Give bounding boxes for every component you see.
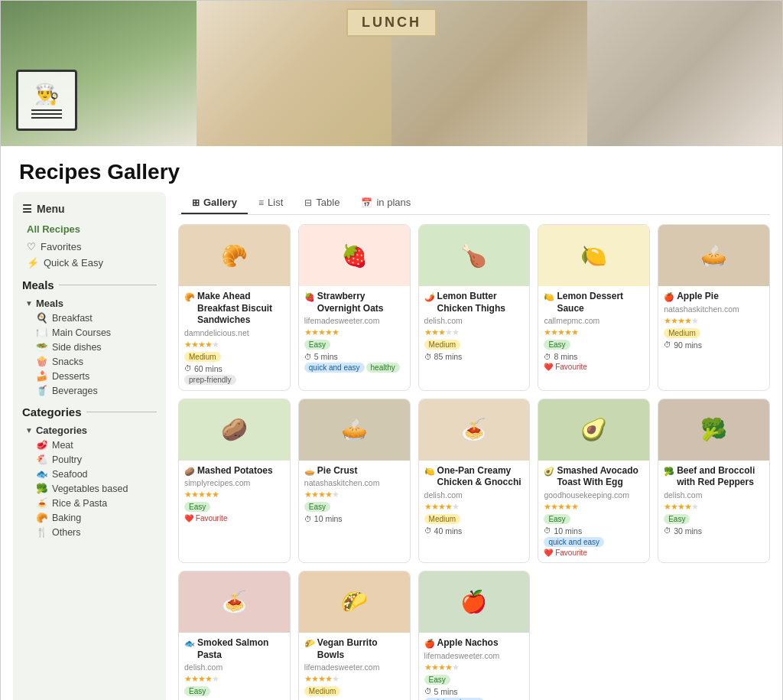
recipe-emoji: 🌮: [304, 638, 315, 649]
sidebar-item-seafood[interactable]: 🐟 Seafood: [36, 467, 157, 481]
cookbook-icon: 👨‍🍳: [16, 70, 77, 131]
sidebar-meals-header[interactable]: ▼ Meals: [22, 296, 157, 311]
recipe-image: 🍝: [419, 399, 530, 461]
heart-icon: ♡: [27, 241, 36, 252]
sidebar-item-meat[interactable]: 🥩 Meat: [36, 438, 157, 452]
recipe-time-row: ⏱60 mins: [184, 364, 284, 373]
recipe-title: 🌮Vegan Burrito Bowls: [304, 637, 404, 661]
recipe-title: 🍎Apple Pie: [664, 291, 764, 303]
recipe-tags-row: ❤️ Favourite: [184, 514, 284, 523]
page-title-area: Recipes Gallery: [1, 146, 782, 192]
tab-list[interactable]: ≡ List: [248, 192, 294, 214]
recipe-card[interactable]: 🍓🍓Strawberry Overnight Oatslifemadesweet…: [298, 224, 411, 391]
recipe-time: 10 mins: [314, 514, 343, 523]
sidebar-item-desserts[interactable]: 🍰 Desserts: [36, 369, 157, 383]
recipe-card[interactable]: 🍎🍎Apple Nachoslifemadesweeter.com★★★★★Ea…: [418, 571, 531, 700]
recipe-time: 85 mins: [434, 352, 463, 361]
sidebar-item-baking[interactable]: 🥐 Baking: [36, 510, 157, 525]
sidebar-meals-items: 🍳 Breakfast 🍽️ Main Courses 🥗 Side dishe…: [22, 311, 157, 398]
recipe-card[interactable]: 🥦🥦Beef and Broccoli with Red Peppersdeli…: [658, 399, 770, 563]
recipe-difficulty-tag: Easy: [184, 686, 210, 696]
recipe-time-row: ⏱40 mins: [424, 526, 525, 536]
recipe-image: 🌮: [299, 571, 410, 633]
recipe-image: 🍎: [419, 571, 530, 633]
recipe-image: 🥧: [299, 399, 410, 461]
recipe-title: 🍓Strawberry Overnight Oats: [304, 291, 404, 314]
recipe-difficulty-row: Medium: [664, 328, 764, 338]
recipe-difficulty-tag: Easy: [304, 502, 330, 512]
baking-icon: 🥐: [36, 512, 48, 523]
sidebar-all-recipes[interactable]: All Recipes: [22, 221, 157, 237]
recipe-stars: ★★★★★: [304, 674, 404, 684]
triangle-icon: ▼: [25, 299, 33, 308]
recipe-source: delish.com: [424, 316, 525, 325]
recipe-card[interactable]: 🍗🌶️Lemon Butter Chicken Thighsdelish.com…: [418, 224, 531, 391]
recipe-time-row: ⏱85 mins: [424, 352, 525, 361]
hamburger-icon: ☰: [22, 203, 32, 215]
recipe-card[interactable]: 🥧🍎Apple Pienatashaskitchen.com★★★★★Mediu…: [658, 224, 770, 391]
sidebar: ☰ Menu All Recipes ♡ Favorites ⚡ Quick &…: [13, 192, 166, 700]
recipe-difficulty-row: Easy: [664, 514, 764, 524]
sidebar-item-poultry[interactable]: 🐔 Poultry: [36, 452, 157, 467]
recipe-tag: healthy: [366, 363, 400, 373]
recipe-stars: ★★★★★: [184, 340, 284, 350]
recipe-stars: ★★★★★: [304, 490, 404, 500]
triangle-cat-icon: ▼: [25, 426, 33, 435]
sidebar-quick-easy[interactable]: ⚡ Quick & Easy: [22, 255, 157, 271]
recipe-card[interactable]: 🥧🥧Pie Crustnatashaskitchen.com★★★★★Easy⏱…: [298, 399, 411, 563]
sidebar-categories-header[interactable]: ▼ Categories: [22, 423, 157, 438]
recipe-difficulty-tag: Easy: [664, 514, 690, 524]
recipe-title: 🍎Apple Nachos: [424, 637, 525, 650]
sidebar-favorites[interactable]: ♡ Favorites: [22, 239, 157, 255]
recipe-card[interactable]: 🍝🐟Smoked Salmon Pastadelish.com★★★★★Easy…: [178, 571, 291, 700]
recipe-card[interactable]: 🥐🥐Make Ahead Breakfast Biscuit Sandwiche…: [178, 224, 291, 391]
tab-table[interactable]: ⊟ Table: [294, 192, 350, 214]
cookbook-lines: [31, 109, 62, 119]
recipe-card[interactable]: 🍋🍋Lemon Dessert Saucecallmepmc.com★★★★★E…: [538, 224, 650, 391]
tab-in-plans[interactable]: 📅 in plans: [350, 192, 421, 214]
clock-icon: ⏱: [424, 687, 432, 695]
tab-gallery[interactable]: ⊞ Gallery: [181, 192, 248, 214]
side-dishes-icon: 🥗: [36, 341, 48, 353]
tab-plans-label: in plans: [376, 197, 411, 208]
recipe-card[interactable]: 🥑🥑Smashed Avocado Toast With Egggoodhous…: [538, 399, 650, 563]
list-tab-icon: ≡: [258, 197, 264, 208]
sidebar-item-breakfast[interactable]: 🍳 Breakfast: [36, 311, 157, 325]
recipe-grid: 🥐🥐Make Ahead Breakfast Biscuit Sandwiche…: [178, 224, 770, 700]
recipe-difficulty-tag: Medium: [184, 352, 221, 362]
recipe-difficulty-row: Easy: [184, 686, 284, 696]
clock-icon: ⏱: [424, 353, 432, 361]
plans-tab-icon: 📅: [361, 197, 372, 208]
recipe-image: 🍗: [419, 225, 530, 286]
recipe-card[interactable]: 🥔🥔Mashed Potatoessimplyrecipes.com★★★★★E…: [178, 399, 291, 563]
desserts-icon: 🍰: [36, 370, 48, 382]
sidebar-item-rice-pasta[interactable]: 🍝 Rice & Pasta: [36, 496, 157, 510]
recipe-emoji: 🥑: [544, 466, 554, 477]
tabs-bar: ⊞ Gallery ≡ List ⊟ Table 📅 in plans: [178, 192, 770, 215]
recipe-difficulty-tag: Medium: [304, 686, 341, 696]
recipe-difficulty-row: Easy: [424, 675, 525, 685]
sidebar-item-main-courses[interactable]: 🍽️ Main Courses: [36, 325, 157, 340]
recipe-image: 🥔: [179, 399, 290, 461]
sidebar-menu-label: Menu: [37, 203, 65, 215]
recipe-emoji: 🍋: [544, 291, 554, 302]
recipe-card[interactable]: 🍝🍋One-Pan Creamy Chicken & Gnocchidelish…: [418, 399, 531, 563]
tab-list-label: List: [268, 197, 283, 208]
sidebar-item-snacks[interactable]: 🍿 Snacks: [36, 354, 157, 369]
chef-hat-icon: 👨‍🍳: [34, 83, 59, 106]
recipe-stars: ★★★★★: [664, 316, 764, 326]
vegetables-icon: 🥦: [36, 483, 48, 494]
recipe-card[interactable]: 🌮🌮Vegan Burrito Bowlslifemadesweeter.com…: [298, 571, 411, 700]
sidebar-categories-items: 🥩 Meat 🐔 Poultry 🐟 Seafood 🥦 Vegetables …: [22, 438, 157, 539]
sidebar-item-others[interactable]: 🍴 Others: [36, 525, 157, 539]
recipe-time: 30 mins: [674, 526, 702, 536]
lunch-badge: LUNCH: [346, 8, 437, 37]
recipe-emoji: 🍎: [424, 638, 435, 649]
recipe-emoji: 🍋: [424, 466, 435, 477]
sidebar-item-vegetables[interactable]: 🥦 Vegetables based: [36, 481, 157, 496]
sidebar-item-beverages[interactable]: 🥤 Beverages: [36, 383, 157, 398]
hero-banner: LUNCH 👨‍🍳: [1, 1, 782, 146]
recipe-emoji: 🥐: [184, 291, 195, 302]
recipe-source: delish.com: [424, 490, 525, 500]
sidebar-item-side-dishes[interactable]: 🥗 Side dishes: [36, 340, 157, 354]
